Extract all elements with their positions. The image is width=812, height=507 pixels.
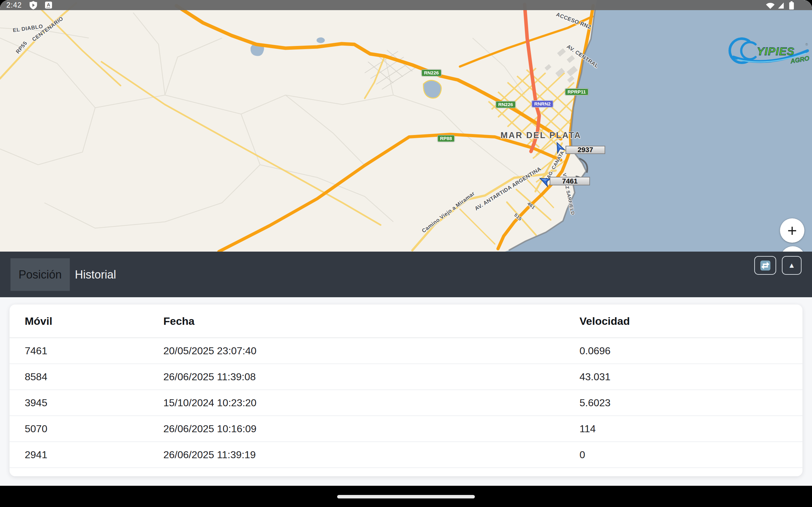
registered-mark-icon: ® xyxy=(805,43,808,46)
map-canvas[interactable]: EL DIABLO CENTENARIO RP55 ACCESO RN2 AV.… xyxy=(0,0,812,251)
cell-fecha: 15/10/2024 10:23:20 xyxy=(163,397,257,409)
vehicle-marker-label-2937[interactable]: 2937 xyxy=(565,146,605,154)
battery-icon xyxy=(789,1,794,9)
map-graphics xyxy=(0,0,812,251)
tab-historial-label: Historial xyxy=(75,268,116,281)
map-zoom-in-button[interactable]: + xyxy=(780,218,804,243)
cell-velocidad: 5.6023 xyxy=(579,397,611,409)
status-time: 2:42 xyxy=(6,1,22,9)
table-row[interactable]: 7461 20/05/2025 23:07:40 0.0696 xyxy=(9,338,803,364)
app-screen: EL DIABLO CENTENARIO RP55 ACCESO RN2 AV.… xyxy=(0,0,812,507)
cell-fecha: 26/06/2025 10:16:09 xyxy=(163,423,257,435)
system-navigation-bar xyxy=(0,486,812,507)
bottom-sheet-tab-bar: Posición Historial ▲ xyxy=(0,251,812,297)
route-badge-rn226-city: RN226 xyxy=(496,101,516,108)
position-table-card: Móvil Fecha Velocidad 7461 20/05/2025 23… xyxy=(9,304,803,476)
cell-movil: 5070 xyxy=(25,423,47,435)
vehicle-marker-label-7461[interactable]: 7461 xyxy=(550,177,590,185)
plus-icon: + xyxy=(787,221,797,240)
refresh-icon xyxy=(759,260,771,272)
column-header-movil: Móvil xyxy=(25,315,52,327)
cell-fecha: 26/06/2025 11:39:19 xyxy=(163,449,256,461)
home-indicator[interactable] xyxy=(337,495,475,498)
cell-movil: 2941 xyxy=(25,449,47,461)
table-header-row: Móvil Fecha Velocidad xyxy=(9,304,803,338)
cell-movil: 3945 xyxy=(25,397,47,409)
triangle-up-icon: ▲ xyxy=(788,261,796,270)
cell-movil: 7461 xyxy=(25,345,47,357)
column-header-fecha: Fecha xyxy=(163,315,194,327)
tab-historial[interactable]: Historial xyxy=(75,258,116,291)
table-row[interactable]: 2941 26/06/2025 11:39:19 0 xyxy=(9,442,803,468)
table-row[interactable]: 8584 26/06/2025 11:39:08 43.031 xyxy=(9,364,803,390)
cell-signal-icon xyxy=(778,2,784,9)
collapse-panel-button[interactable]: ▲ xyxy=(782,256,802,275)
table-row[interactable]: 5070 26/06/2025 10:16:09 114 xyxy=(9,416,803,442)
cell-velocidad: 0.0696 xyxy=(579,345,611,357)
cell-velocidad: 43.031 xyxy=(579,371,611,383)
tab-posicion[interactable]: Posición xyxy=(10,258,70,291)
status-bar: 2:42 A xyxy=(0,0,812,10)
cell-fecha: 20/05/2025 23:07:40 xyxy=(163,345,257,357)
route-badge-rn2: RNRN2 xyxy=(531,101,553,107)
brand-logo-text: YIPIES xyxy=(757,45,795,57)
cell-fecha: 26/06/2025 11:39:08 xyxy=(163,371,256,383)
cell-velocidad: 114 xyxy=(579,423,596,435)
brand-logo: YIPIES AGRO ® xyxy=(728,38,811,66)
cell-movil: 8584 xyxy=(25,371,47,383)
cell-velocidad: 0 xyxy=(579,449,585,461)
a-letter: A xyxy=(47,2,50,7)
refresh-button[interactable] xyxy=(754,256,776,275)
route-badge-rp88: RP88 xyxy=(438,135,455,142)
route-badge-rp11: RPRP11 xyxy=(565,89,589,95)
table-row[interactable]: 3945 15/10/2024 10:23:20 5.6023 xyxy=(9,390,803,416)
tab-posicion-label: Posición xyxy=(18,268,61,281)
column-header-velocidad: Velocidad xyxy=(579,315,630,327)
route-badge-rn226-west: RN226 xyxy=(421,69,442,76)
wifi-icon xyxy=(766,2,775,9)
play-protect-shield-icon xyxy=(29,1,38,9)
map-label-city: MAR DEL PLATA xyxy=(501,130,581,140)
translate-app-icon: A xyxy=(45,2,52,9)
